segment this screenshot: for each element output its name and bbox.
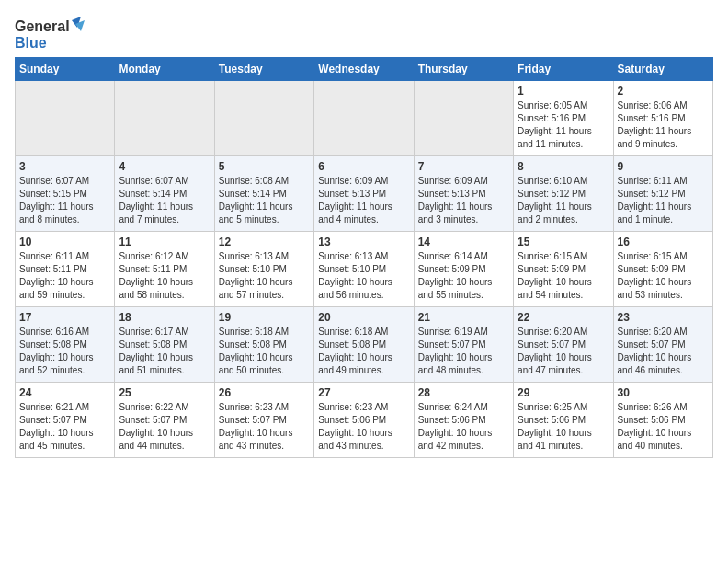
calendar-header-row: SundayMondayTuesdayWednesdayThursdayFrid… [16, 58, 713, 81]
calendar-table: SundayMondayTuesdayWednesdayThursdayFrid… [15, 57, 713, 458]
day-info: Sunrise: 6:16 AM Sunset: 5:08 PM Dayligh… [19, 326, 110, 377]
day-number: 28 [418, 386, 509, 399]
week-row-4: 17Sunrise: 6:16 AM Sunset: 5:08 PM Dayli… [16, 307, 713, 383]
col-header-wednesday: Wednesday [314, 58, 414, 81]
day-number: 18 [119, 311, 210, 324]
col-header-saturday: Saturday [613, 58, 712, 81]
calendar-cell: 27Sunrise: 6:23 AM Sunset: 5:06 PM Dayli… [314, 383, 414, 458]
day-number: 9 [618, 160, 709, 173]
calendar-cell: 30Sunrise: 6:26 AM Sunset: 5:06 PM Dayli… [613, 383, 712, 458]
day-info: Sunrise: 6:15 AM Sunset: 5:09 PM Dayligh… [618, 250, 709, 302]
logo-icon: GeneralBlue [15, 15, 88, 52]
calendar-cell: 29Sunrise: 6:25 AM Sunset: 5:06 PM Dayli… [514, 383, 613, 458]
calendar-cell: 21Sunrise: 6:19 AM Sunset: 5:07 PM Dayli… [414, 307, 513, 383]
day-info: Sunrise: 6:19 AM Sunset: 5:07 PM Dayligh… [418, 326, 509, 377]
calendar-cell: 22Sunrise: 6:20 AM Sunset: 5:07 PM Dayli… [514, 307, 613, 383]
day-number: 3 [19, 160, 110, 173]
col-header-friday: Friday [514, 58, 613, 81]
header: GeneralBlue [15, 15, 713, 52]
day-info: Sunrise: 6:26 AM Sunset: 5:06 PM Dayligh… [618, 401, 709, 453]
day-number: 10 [19, 236, 110, 248]
calendar-cell: 14Sunrise: 6:14 AM Sunset: 5:09 PM Dayli… [414, 232, 513, 307]
calendar-cell: 23Sunrise: 6:20 AM Sunset: 5:07 PM Dayli… [613, 307, 712, 383]
day-info: Sunrise: 6:07 AM Sunset: 5:14 PM Dayligh… [119, 175, 210, 226]
day-info: Sunrise: 6:07 AM Sunset: 5:15 PM Dayligh… [19, 175, 110, 226]
calendar-cell [414, 81, 513, 156]
calendar-cell: 26Sunrise: 6:23 AM Sunset: 5:07 PM Dayli… [214, 383, 313, 458]
calendar-cell: 17Sunrise: 6:16 AM Sunset: 5:08 PM Dayli… [16, 307, 115, 383]
week-row-2: 3Sunrise: 6:07 AM Sunset: 5:15 PM Daylig… [16, 156, 713, 232]
calendar-cell: 18Sunrise: 6:17 AM Sunset: 5:08 PM Dayli… [115, 307, 214, 383]
calendar-cell: 25Sunrise: 6:22 AM Sunset: 5:07 PM Dayli… [115, 383, 214, 458]
calendar-cell [314, 81, 414, 156]
day-number: 27 [318, 386, 409, 399]
calendar-cell: 1Sunrise: 6:05 AM Sunset: 5:16 PM Daylig… [514, 81, 613, 156]
day-number: 7 [418, 160, 509, 173]
calendar-cell: 10Sunrise: 6:11 AM Sunset: 5:11 PM Dayli… [16, 232, 115, 307]
calendar-cell: 15Sunrise: 6:15 AM Sunset: 5:09 PM Dayli… [514, 232, 613, 307]
calendar-cell: 7Sunrise: 6:09 AM Sunset: 5:13 PM Daylig… [414, 156, 513, 232]
day-info: Sunrise: 6:05 AM Sunset: 5:16 PM Dayligh… [518, 99, 609, 151]
day-info: Sunrise: 6:13 AM Sunset: 5:10 PM Dayligh… [318, 250, 409, 302]
day-info: Sunrise: 6:23 AM Sunset: 5:06 PM Dayligh… [318, 401, 409, 453]
calendar-cell [16, 81, 115, 156]
day-number: 12 [219, 236, 310, 248]
day-number: 25 [119, 386, 210, 399]
day-number: 5 [219, 160, 310, 173]
day-number: 30 [618, 386, 709, 399]
day-number: 16 [618, 236, 709, 248]
day-info: Sunrise: 6:18 AM Sunset: 5:08 PM Dayligh… [318, 326, 409, 377]
day-info: Sunrise: 6:22 AM Sunset: 5:07 PM Dayligh… [119, 401, 210, 453]
day-number: 1 [518, 85, 609, 98]
day-number: 14 [418, 236, 509, 248]
col-header-tuesday: Tuesday [214, 58, 313, 81]
day-info: Sunrise: 6:23 AM Sunset: 5:07 PM Dayligh… [219, 401, 310, 453]
calendar-cell: 13Sunrise: 6:13 AM Sunset: 5:10 PM Dayli… [314, 232, 414, 307]
day-number: 24 [19, 386, 110, 399]
day-number: 19 [219, 311, 310, 324]
day-info: Sunrise: 6:13 AM Sunset: 5:10 PM Dayligh… [219, 250, 310, 302]
calendar-cell: 28Sunrise: 6:24 AM Sunset: 5:06 PM Dayli… [414, 383, 513, 458]
day-number: 8 [518, 160, 609, 173]
calendar-cell: 20Sunrise: 6:18 AM Sunset: 5:08 PM Dayli… [314, 307, 414, 383]
day-info: Sunrise: 6:24 AM Sunset: 5:06 PM Dayligh… [418, 401, 509, 453]
day-info: Sunrise: 6:20 AM Sunset: 5:07 PM Dayligh… [518, 326, 609, 377]
day-info: Sunrise: 6:08 AM Sunset: 5:14 PM Dayligh… [219, 175, 310, 226]
day-number: 15 [518, 236, 609, 248]
day-number: 29 [518, 386, 609, 399]
svg-text:Blue: Blue [15, 35, 47, 51]
col-header-sunday: Sunday [16, 58, 115, 81]
day-info: Sunrise: 6:10 AM Sunset: 5:12 PM Dayligh… [518, 175, 609, 226]
calendar-cell: 3Sunrise: 6:07 AM Sunset: 5:15 PM Daylig… [16, 156, 115, 232]
day-info: Sunrise: 6:12 AM Sunset: 5:11 PM Dayligh… [119, 250, 210, 302]
day-info: Sunrise: 6:17 AM Sunset: 5:08 PM Dayligh… [119, 326, 210, 377]
day-info: Sunrise: 6:15 AM Sunset: 5:09 PM Dayligh… [518, 250, 609, 302]
day-info: Sunrise: 6:06 AM Sunset: 5:16 PM Dayligh… [618, 99, 709, 151]
calendar-cell: 8Sunrise: 6:10 AM Sunset: 5:12 PM Daylig… [514, 156, 613, 232]
day-number: 20 [318, 311, 409, 324]
calendar-cell: 5Sunrise: 6:08 AM Sunset: 5:14 PM Daylig… [214, 156, 313, 232]
calendar-cell [115, 81, 214, 156]
week-row-5: 24Sunrise: 6:21 AM Sunset: 5:07 PM Dayli… [16, 383, 713, 458]
calendar-cell [214, 81, 313, 156]
day-info: Sunrise: 6:14 AM Sunset: 5:09 PM Dayligh… [418, 250, 509, 302]
calendar-cell: 2Sunrise: 6:06 AM Sunset: 5:16 PM Daylig… [613, 81, 712, 156]
col-header-monday: Monday [115, 58, 214, 81]
svg-text:General: General [15, 18, 70, 34]
calendar-cell: 24Sunrise: 6:21 AM Sunset: 5:07 PM Dayli… [16, 383, 115, 458]
day-info: Sunrise: 6:18 AM Sunset: 5:08 PM Dayligh… [219, 326, 310, 377]
calendar-cell: 4Sunrise: 6:07 AM Sunset: 5:14 PM Daylig… [115, 156, 214, 232]
day-info: Sunrise: 6:09 AM Sunset: 5:13 PM Dayligh… [418, 175, 509, 226]
logo: GeneralBlue [15, 15, 88, 52]
calendar-cell: 11Sunrise: 6:12 AM Sunset: 5:11 PM Dayli… [115, 232, 214, 307]
day-info: Sunrise: 6:11 AM Sunset: 5:12 PM Dayligh… [618, 175, 709, 226]
day-info: Sunrise: 6:09 AM Sunset: 5:13 PM Dayligh… [318, 175, 409, 226]
day-number: 26 [219, 386, 310, 399]
calendar-cell: 16Sunrise: 6:15 AM Sunset: 5:09 PM Dayli… [613, 232, 712, 307]
day-info: Sunrise: 6:20 AM Sunset: 5:07 PM Dayligh… [618, 326, 709, 377]
week-row-1: 1Sunrise: 6:05 AM Sunset: 5:16 PM Daylig… [16, 81, 713, 156]
day-info: Sunrise: 6:21 AM Sunset: 5:07 PM Dayligh… [19, 401, 110, 453]
day-number: 23 [618, 311, 709, 324]
day-number: 22 [518, 311, 609, 324]
day-number: 6 [318, 160, 409, 173]
